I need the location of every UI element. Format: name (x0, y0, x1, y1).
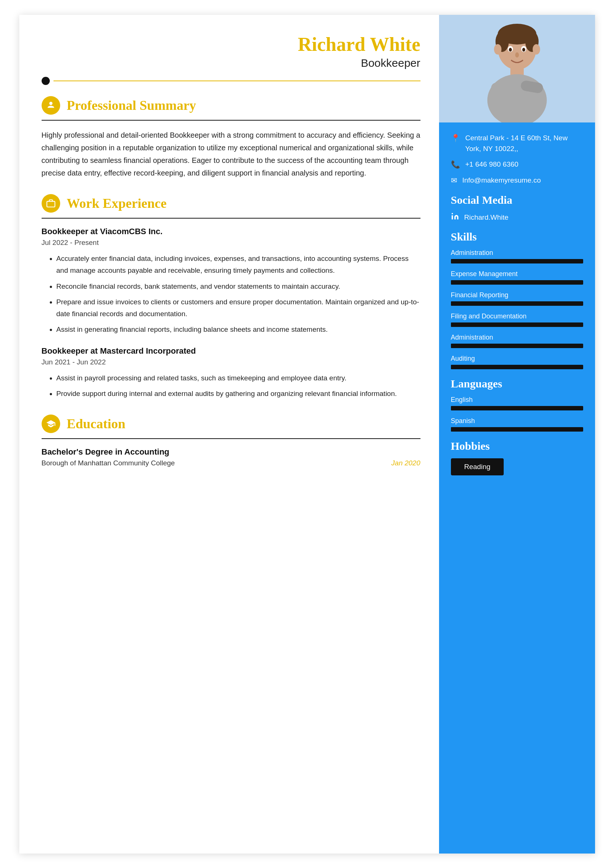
location-icon: 📍 (451, 133, 460, 143)
lang-bar (451, 406, 583, 411)
list-item: Prepare and issue invoices to clients or… (56, 296, 420, 320)
skill-item-3: Financial Reporting (451, 291, 583, 306)
skill-label: Auditing (451, 355, 583, 363)
left-column: Richard White Bookkeeper Professional Su… (19, 15, 439, 854)
summary-title: Professional Summary (67, 98, 196, 113)
job-1-bullets: Accurately enter financial data, includi… (42, 253, 420, 336)
avatar (439, 15, 595, 122)
skill-label: Financial Reporting (451, 291, 583, 299)
list-item: Assist in payroll processing and related… (56, 372, 420, 384)
skill-label: Administration (451, 249, 583, 257)
edu-school: Borough of Manhattan Community College (42, 459, 175, 467)
lang-item-1: English (451, 396, 583, 411)
summary-text: Highly professional and detail-oriented … (42, 129, 420, 179)
svg-point-0 (49, 102, 52, 105)
address-text: Central Park - 14 E 60th St, New York, N… (465, 133, 583, 154)
hobbies-list: Reading (451, 458, 583, 479)
header-section: Richard White Bookkeeper (42, 33, 420, 70)
education-divider (42, 438, 420, 439)
contact-email: ✉ Info@makemyresume.co (451, 175, 583, 186)
email-text: Info@makemyresume.co (462, 175, 541, 186)
list-item: Reconcile financial records, bank statem… (56, 281, 420, 293)
linkedin-icon (451, 212, 459, 222)
skill-item-6: Auditing (451, 355, 583, 369)
summary-section: Professional Summary Highly professional… (42, 96, 420, 179)
svg-point-11 (515, 52, 519, 57)
lang-bar (451, 427, 583, 432)
phone-text: +1 646 980 6360 (465, 159, 519, 170)
job-1-dates: Jul 2022 - Present (42, 239, 420, 247)
job-2-bullets: Assist in payroll processing and related… (42, 372, 420, 400)
edu-item-1: Bachelor's Degree in Accounting Borough … (42, 447, 420, 467)
skill-label: Administration (451, 333, 583, 341)
svg-rect-1 (47, 202, 55, 207)
skills-title: Skills (451, 231, 583, 243)
svg-point-19 (451, 213, 453, 214)
photo-container (439, 15, 595, 122)
list-item: Provide support during internal and exte… (56, 388, 420, 400)
right-column: 📍 Central Park - 14 E 60th St, New York,… (439, 15, 595, 854)
hobbies-title: Hobbies (451, 440, 583, 453)
skill-item-4: Filing and Documentation (451, 313, 583, 327)
lang-item-2: Spanish (451, 417, 583, 432)
experience-section: Work Experience Bookkeeper at ViacomCBS … (42, 194, 420, 400)
email-icon: ✉ (451, 176, 457, 185)
job-1-title: Bookkeeper at ViacomCBS Inc. (42, 227, 420, 236)
skill-item-5: Administration (451, 333, 583, 348)
languages-title: Languages (451, 377, 583, 390)
svg-point-9 (509, 48, 512, 51)
svg-point-12 (494, 44, 501, 54)
experience-title: Work Experience (67, 195, 167, 211)
skill-bar (451, 301, 583, 306)
job-2-title: Bookkeeper at Mastercard Incorporated (42, 346, 420, 356)
lang-label: English (451, 396, 583, 404)
edu-date: Jan 2020 (391, 459, 420, 467)
svg-point-10 (522, 48, 525, 51)
hobby-badge-reading: Reading (451, 458, 504, 475)
list-item: Assist in generating financial reports, … (56, 324, 420, 335)
edu-school-row: Borough of Manhattan Community College J… (42, 459, 420, 467)
job-2-dates: Jun 2021 - Jun 2022 (42, 358, 420, 366)
skill-item-2: Expense Management (451, 270, 583, 285)
svg-point-13 (533, 44, 540, 54)
summary-icon (42, 96, 60, 115)
education-section: Education Bachelor's Degree in Accountin… (42, 414, 420, 467)
experience-divider (42, 218, 420, 219)
right-content: 📍 Central Park - 14 E 60th St, New York,… (439, 122, 595, 490)
candidate-job-title: Bookkeeper (42, 57, 420, 70)
contact-section: 📍 Central Park - 14 E 60th St, New York,… (451, 133, 583, 186)
summary-divider (42, 120, 420, 121)
list-item: Accurately enter financial data, includi… (56, 253, 420, 277)
phone-icon: 📞 (451, 160, 460, 169)
header-divider (42, 77, 420, 85)
resume-container: Richard White Bookkeeper Professional Su… (19, 15, 595, 854)
summary-header: Professional Summary (42, 96, 420, 115)
education-header: Education (42, 414, 420, 433)
languages-list: English Spanish (451, 396, 583, 432)
edu-degree: Bachelor's Degree in Accounting (42, 447, 420, 457)
experience-icon (42, 194, 60, 212)
skills-list: Administration Expense Management Financ… (451, 249, 583, 369)
skill-label: Expense Management (451, 270, 583, 278)
svg-rect-18 (451, 215, 453, 219)
skill-bar (451, 280, 583, 285)
experience-header: Work Experience (42, 194, 420, 212)
candidate-name: Richard White (42, 33, 420, 55)
skill-bar (451, 259, 583, 264)
education-icon (42, 414, 60, 433)
education-title: Education (67, 416, 126, 432)
header-dot (42, 77, 50, 85)
lang-label: Spanish (451, 417, 583, 425)
linkedin-text: Richard.White (464, 213, 508, 222)
skill-bar (451, 365, 583, 369)
social-media-title: Social Media (451, 194, 583, 206)
contact-address: 📍 Central Park - 14 E 60th St, New York,… (451, 133, 583, 154)
skill-bar (451, 322, 583, 327)
job-1: Bookkeeper at ViacomCBS Inc. Jul 2022 - … (42, 227, 420, 336)
header-line (53, 81, 420, 81)
skill-label: Filing and Documentation (451, 313, 583, 320)
linkedin-item: Richard.White (451, 212, 583, 222)
contact-phone: 📞 +1 646 980 6360 (451, 159, 583, 170)
skill-item-1: Administration (451, 249, 583, 264)
skill-bar (451, 344, 583, 348)
